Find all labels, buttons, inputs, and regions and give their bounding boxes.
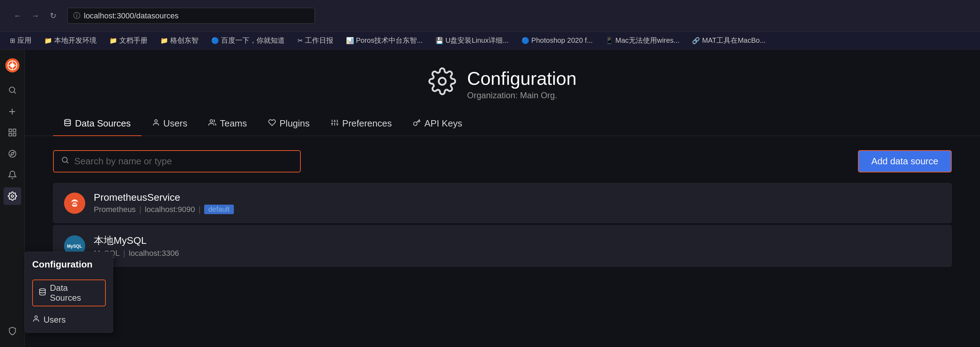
- search-box[interactable]: [53, 150, 301, 173]
- prometheus-info: PrometheusService Prometheus | localhost…: [94, 192, 234, 214]
- flyout-users-label: Users: [43, 315, 66, 325]
- ps-icon: 🔵: [522, 37, 529, 44]
- back-button[interactable]: ←: [11, 9, 25, 23]
- tab-apikeys[interactable]: API Keys: [402, 112, 473, 136]
- svg-rect-5: [13, 129, 16, 132]
- config-gear-icon: [428, 67, 457, 101]
- svg-point-11: [40, 289, 46, 291]
- tab-users-icon: [152, 119, 160, 128]
- browser-chrome: ← → ↻ ⓘ localhost:3000/datasources: [0, 0, 980, 32]
- tab-plugins-label: Plugins: [280, 118, 310, 129]
- datasource-item-mysql[interactable]: MySQL 本地MySQL MySQL | localhost:3306: [53, 225, 952, 267]
- bookmark-mat[interactable]: 🔗 MAT工具在MacBo...: [689, 34, 768, 47]
- svg-line-3: [14, 92, 16, 93]
- tab-users[interactable]: Users: [142, 112, 198, 136]
- folder-icon-1: 📁: [44, 37, 52, 44]
- refresh-button[interactable]: ↻: [46, 9, 60, 23]
- tab-preferences-label: Preferences: [342, 118, 391, 129]
- mysql-name: 本地MySQL: [94, 234, 179, 247]
- bookmark-worklog[interactable]: ✂ 工作日报: [295, 34, 336, 47]
- explore-icon[interactable]: [3, 145, 21, 163]
- svg-rect-6: [9, 133, 12, 136]
- url-text: localhost:3000/datasources: [84, 11, 179, 21]
- address-bar[interactable]: ⓘ localhost:3000/datasources: [67, 8, 315, 24]
- prometheus-logo: [64, 193, 85, 214]
- main-content: Configuration Organization: Main Org. Da…: [25, 49, 980, 347]
- scissors-icon: ✂: [298, 37, 303, 44]
- svg-point-1: [10, 63, 14, 68]
- tab-users-label: Users: [164, 118, 188, 129]
- flyout-datasources-label: Data Sources: [50, 283, 99, 303]
- datasource-item-prometheus[interactable]: PrometheusService Prometheus | localhost…: [53, 183, 952, 223]
- bookmarks-bar: ⊞ 应用 📁 本地开发环境 📁 文档手册 📁 格创东智 🔵 百度一下，你就知道 …: [0, 32, 980, 49]
- apps-grid-icon: ⊞: [10, 37, 15, 44]
- folder-icon-3: 📁: [160, 37, 168, 44]
- prometheus-name: PrometheusService: [94, 192, 234, 203]
- prometheus-type: Prometheus: [94, 205, 136, 214]
- prometheus-host: localhost:9090: [145, 205, 195, 214]
- mysql-host: localhost:3306: [129, 249, 179, 258]
- tab-preferences[interactable]: Preferences: [320, 112, 402, 136]
- prometheus-badge: default: [204, 204, 234, 214]
- bookmark-ps[interactable]: 🔵 Photoshop 2020 f...: [519, 35, 595, 46]
- svg-point-8: [9, 150, 16, 157]
- tab-plugins-icon: [268, 119, 276, 128]
- tab-plugins[interactable]: Plugins: [258, 112, 320, 136]
- bookmark-docs[interactable]: 📁 文档手册: [107, 34, 150, 47]
- datasource-flyout-icon: [38, 288, 46, 298]
- tab-teams-label: Teams: [220, 118, 247, 129]
- tab-teams[interactable]: Teams: [198, 112, 258, 136]
- content-area: Add data source: [25, 136, 980, 283]
- svg-rect-7: [13, 133, 16, 136]
- flyout-menu: Configuration Data Sources: [25, 252, 113, 333]
- svg-rect-4: [9, 129, 12, 132]
- tab-apikeys-icon: [413, 119, 421, 128]
- config-title: Configuration: [467, 68, 576, 89]
- tabs-bar: Data Sources Users: [25, 112, 980, 136]
- baidu-icon: 🔵: [211, 37, 219, 44]
- bookmark-baidu[interactable]: 🔵 百度一下，你就知道: [208, 34, 288, 47]
- config-subtitle: Organization: Main Org.: [467, 90, 576, 100]
- svg-marker-9: [11, 152, 14, 155]
- tab-teams-icon: [208, 119, 216, 128]
- svg-point-2: [9, 87, 14, 92]
- bookmark-mac[interactable]: 📱 Mac无法使用wires...: [603, 34, 682, 47]
- usb-icon: 💾: [436, 37, 443, 44]
- svg-point-14: [65, 119, 71, 121]
- nav-buttons: ← → ↻: [11, 9, 60, 23]
- svg-point-13: [439, 78, 446, 85]
- alerting-icon[interactable]: [3, 166, 21, 184]
- add-icon[interactable]: +: [3, 103, 21, 120]
- flyout-item-datasources[interactable]: Data Sources: [25, 275, 113, 311]
- tab-preferences-icon: [331, 119, 339, 128]
- add-data-source-button[interactable]: Add data source: [858, 150, 952, 173]
- flyout-title: Configuration: [25, 255, 113, 275]
- svg-point-16: [210, 119, 213, 122]
- svg-text:MySQL: MySQL: [67, 244, 82, 249]
- svg-line-27: [67, 162, 68, 163]
- bookmark-gedong[interactable]: 📁 格创东智: [158, 34, 201, 47]
- bookmark-poros[interactable]: 📊 Poros技术中台东智...: [343, 34, 426, 47]
- flyout-item-users[interactable]: Users: [25, 311, 113, 329]
- config-title-block: Configuration Organization: Main Org.: [467, 68, 576, 100]
- configuration-icon[interactable]: [3, 187, 21, 205]
- bookmark-apps[interactable]: ⊞ 应用: [7, 34, 34, 47]
- lock-icon: ⓘ: [73, 11, 80, 21]
- tab-datasources[interactable]: Data Sources: [53, 112, 142, 136]
- dashboards-icon[interactable]: [3, 124, 21, 141]
- grafana-logo[interactable]: [3, 57, 21, 74]
- forward-button[interactable]: →: [28, 9, 43, 23]
- tab-apikeys-label: API Keys: [424, 118, 462, 129]
- shield-icon[interactable]: [3, 322, 21, 340]
- sidebar: +: [0, 49, 25, 347]
- app-layout: +: [0, 49, 980, 347]
- search-input[interactable]: [74, 156, 293, 167]
- search-add-row: Add data source: [53, 150, 952, 173]
- search-icon[interactable]: [3, 81, 21, 99]
- mac-icon: 📱: [605, 37, 613, 44]
- user-flyout-icon: [32, 315, 40, 325]
- bookmark-local-dev[interactable]: 📁 本地开发环境: [41, 34, 99, 47]
- prometheus-details: Prometheus | localhost:9090 | default: [94, 204, 234, 214]
- bookmark-usb[interactable]: 💾 U盘安装Linux详细...: [433, 34, 512, 47]
- datasource-list: PrometheusService Prometheus | localhost…: [53, 183, 952, 269]
